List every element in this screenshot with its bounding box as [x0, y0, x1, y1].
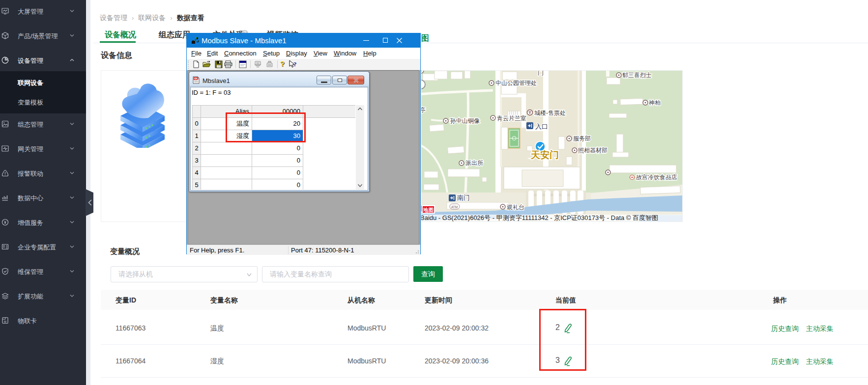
svg-text:神柏: 神柏	[648, 99, 661, 106]
svg-text:照相器材部: 照相器材部	[578, 147, 608, 154]
svg-text:故宫冷饮食品店: 故宫冷饮食品店	[636, 174, 677, 181]
svg-text:观礼台: 观礼台	[506, 204, 524, 211]
svg-text:郁三喜烈士: 郁三喜烈士	[622, 72, 652, 79]
svg-text:亭: 亭	[421, 107, 426, 113]
svg-text:天安门: 天安门	[530, 150, 559, 160]
svg-text:DOC: DOC	[194, 78, 200, 80]
svg-text:青云片兰室: 青云片兰室	[497, 115, 526, 122]
svg-text:地图: 地图	[423, 207, 434, 213]
svg-text:入口: 入口	[535, 123, 548, 130]
svg-text:中山公园管理处: 中山公园管理处	[495, 80, 537, 86]
svg-text:?: ?	[293, 60, 297, 68]
svg-text:南门: 南门	[457, 194, 470, 201]
svg-text:门: 门	[538, 71, 544, 76]
svg-text:孙中山铜像: 孙中山铜像	[450, 117, 480, 124]
svg-text:服务部: 服务部	[573, 135, 591, 142]
svg-text:城楼-售票处: 城楼-售票处	[534, 110, 566, 116]
svg-text:Baidu - GS(2021)6026号 - 甲测资字11: Baidu - GS(2021)6026号 - 甲测资字11111342 - 京…	[421, 214, 658, 221]
svg-text:派出所: 派出所	[465, 160, 483, 166]
svg-text:ATM: ATM	[451, 205, 458, 209]
